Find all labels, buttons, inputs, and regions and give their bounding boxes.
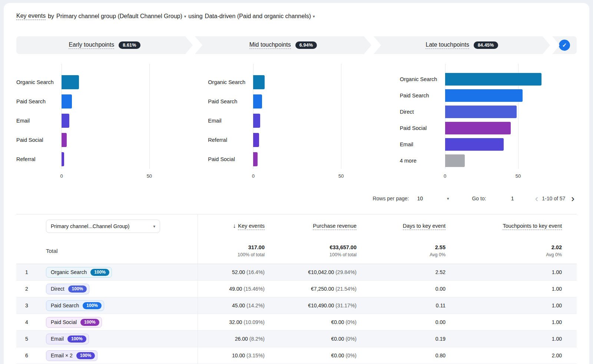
row-index: 1 (16, 269, 37, 275)
total-key-events: 317.00 (198, 244, 265, 250)
cell-key-events: 52.00 (232, 269, 245, 275)
chart-row: Paid Search (400, 87, 577, 104)
cell-revenue: €0.00 (331, 336, 344, 342)
chart-row: Organic Search (400, 71, 577, 87)
table-row: 4 Paid Social 100% 32.00 (10.09%) €0.00 … (16, 314, 577, 331)
bar-paid-search (445, 89, 523, 102)
chart-row: Direct (400, 104, 577, 120)
bar-organic-search (445, 73, 542, 86)
chevron-down-icon: ▾ (184, 14, 186, 19)
stage-percentage-badge: 84.45% (474, 41, 498, 49)
stage-percentage-badge: 6.94% (295, 41, 317, 49)
chart-category-label: Email (16, 118, 62, 124)
chart-row: Paid Search (16, 92, 193, 111)
axis-tick: 0 (444, 173, 446, 179)
total-label: Total (46, 248, 58, 254)
cell-revenue: €0.00 (331, 319, 344, 325)
chart-category-label: Organic Search (208, 79, 253, 85)
channel-name: Email (51, 336, 64, 342)
row-index: 2 (16, 286, 37, 292)
metric-term: Key events (16, 13, 46, 20)
cell-days: 0.80 (357, 353, 445, 358)
rows-per-page-label: Rows per page: (372, 196, 409, 201)
column-header-key-events[interactable]: ↓Key events (198, 223, 265, 230)
credit-percentage-pill: 100% (76, 352, 95, 359)
axis-tick: 0 (252, 173, 255, 179)
cell-days: 2.52 (357, 269, 445, 275)
next-page-button[interactable]: › (569, 195, 577, 202)
stage-early-touchpoints[interactable]: Early touchpoints 8.61% (16, 36, 193, 54)
channel-badge: Direct 100% (46, 284, 89, 294)
channel-badge: Organic Search 100% (46, 267, 112, 278)
report-title: Key events by Primary channel group (Def… (16, 12, 577, 21)
channel-name: Paid Social (51, 319, 77, 325)
chart-x-axis: 0 50 (253, 169, 385, 181)
credit-percentage-pill: 100% (80, 319, 99, 326)
touchpoint-funnel: Early touchpoints 8.61% Mid touchpoints … (16, 36, 577, 54)
stage-late-touchpoints[interactable]: Late touchpoints 84.45% (374, 36, 550, 54)
chart-category-label: Email (208, 118, 253, 124)
bar-organic-search (62, 75, 79, 89)
table-row: 6 Email × 2 100% 10.00 (3.15%) €0.00 (0%… (16, 347, 577, 364)
cell-touchpoints: 1.00 (445, 336, 577, 342)
stage-label: Mid touchpoints (249, 41, 291, 49)
bar-email (445, 138, 504, 151)
touchpoint-charts: Organic Search Paid Search Email Paid So… (16, 64, 577, 181)
bar-more-channels (445, 154, 465, 167)
chart-row: Paid Social (208, 150, 385, 169)
column-header-days-to-key-event[interactable]: Days to key event (357, 223, 445, 230)
report-card: Key events by Primary channel group (Def… (4, 3, 589, 364)
total-touchpoints: 2.02 (445, 244, 562, 250)
channel-name: Paid Search (51, 303, 79, 308)
credit-percentage-pill: 100% (68, 285, 87, 293)
channel-badge: Email 100% (46, 334, 89, 344)
rows-per-page-value: 10 (417, 196, 423, 201)
stage-percentage-badge: 8.61% (119, 41, 140, 49)
channel-name: Organic Search (51, 269, 87, 275)
chart-row: Paid Search (208, 92, 385, 111)
table-total-row: Total 317.00 100% of total €33,657.00 10… (16, 238, 577, 264)
axis-tick: 50 (338, 173, 344, 179)
chevron-down-icon: ▾ (447, 197, 449, 201)
bar-organic-search (253, 75, 265, 89)
total-purchase-revenue: €33,657.00 (265, 244, 357, 250)
credit-percentage-pill: 100% (67, 335, 86, 343)
cell-days: 0.00 (357, 319, 445, 325)
go-to-page-input[interactable]: 1 (507, 196, 518, 201)
chart-row: Email (16, 111, 193, 130)
stage-selected-segment[interactable]: ✓ (552, 36, 577, 54)
column-header-purchase-revenue[interactable]: Purchase revenue (265, 223, 357, 230)
chart-row: Email (400, 136, 577, 153)
dimension-picker[interactable]: Primary channel group (Default Channel G… (56, 13, 186, 20)
credit-percentage-pill: 100% (90, 269, 109, 276)
cell-revenue: €0.00 (331, 353, 344, 358)
row-index: 5 (16, 336, 37, 342)
table-row: 5 Email 100% 26.00 (8.2%) €0.00 (0%) 0.1… (16, 331, 577, 347)
cell-days: 0.19 (357, 336, 445, 342)
cell-touchpoints: 2.00 (445, 353, 577, 358)
previous-page-button[interactable]: ‹ (533, 195, 541, 202)
total-touchpoints-sub: Avg 0% (445, 252, 562, 257)
channel-badge: Paid Search 100% (46, 300, 104, 311)
bar-paid-search (253, 94, 262, 108)
table-row: 1 Organic Search 100% 52.00 (16.4%) €10,… (16, 264, 577, 281)
table-row: 2 Direct 100% 49.00 (15.46%) €7,250.00 (… (16, 281, 577, 297)
channel-name: Email × 2 (51, 353, 73, 358)
cell-key-events: 49.00 (229, 286, 242, 292)
total-days: 2.55 (357, 244, 445, 250)
rows-per-page-select[interactable]: 10 ▾ (417, 196, 449, 201)
chart-row: 4 more (400, 153, 577, 169)
row-index: 4 (16, 319, 37, 325)
axis-tick: 0 (60, 173, 63, 179)
attribution-model-picker[interactable]: Data-driven (Paid and organic channels) … (205, 13, 315, 20)
column-header-touchpoints[interactable]: Touchpoints to key event (445, 223, 577, 230)
cell-key-events: 32.00 (229, 319, 242, 325)
channel-name: Direct (51, 286, 64, 292)
cell-revenue: €10,042.00 (308, 269, 334, 275)
stage-label: Late touchpoints (425, 41, 469, 49)
stage-mid-touchpoints[interactable]: Mid touchpoints 6.94% (195, 36, 371, 54)
title-text: by (48, 13, 54, 20)
dimension-dropdown[interactable]: Primary channel...Channel Group) ▾ (46, 220, 160, 233)
check-icon: ✓ (559, 40, 570, 51)
channel-badge: Email × 2 100% (46, 350, 97, 361)
